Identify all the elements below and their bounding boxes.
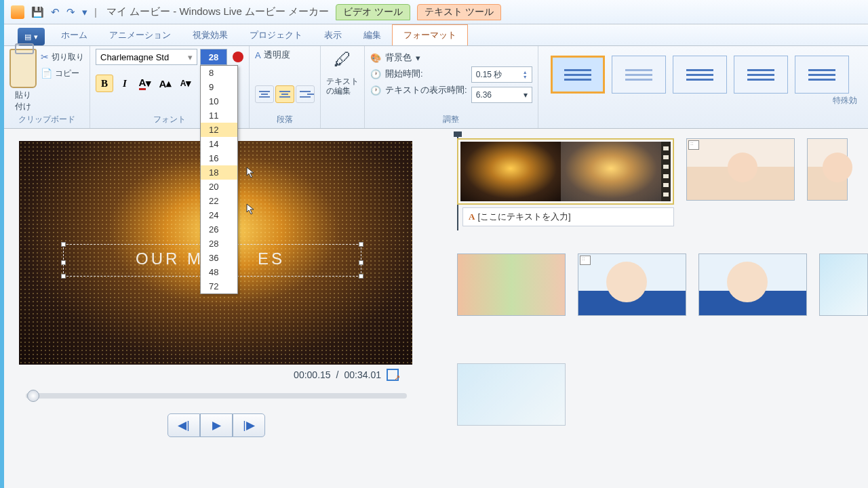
clip-thumb-5[interactable] [578,253,686,316]
size-opt-9[interactable]: 9 [201,80,237,94]
cut-button[interactable]: ✂切り取り [41,49,84,65]
duration-label: テキストの表示時間: [385,84,467,96]
effect-zoom[interactable] [673,56,727,94]
effect-slide[interactable] [734,56,788,94]
size-opt-48[interactable]: 48 [201,265,237,279]
redo-icon[interactable]: ↷ [66,6,75,18]
align-right-button[interactable] [296,85,315,103]
size-opt-20[interactable]: 20 [201,180,237,194]
prev-frame-button[interactable]: ◀| [167,413,200,437]
seek-thumb[interactable] [27,390,39,402]
context-tab-video[interactable]: ビデオ ツール [336,4,410,20]
shrink-font-button[interactable]: A▾ [177,75,195,92]
font-size-combo[interactable]: 28 [200,49,227,65]
size-opt-22[interactable]: 22 [201,194,237,208]
clip-thumb-7[interactable] [819,253,868,316]
align-center-button[interactable] [275,85,294,103]
paste-icon[interactable] [9,49,37,88]
title-bar: 💾 ↶ ↷ ▾ | マイ ムービー - Windows Live ムービー メー… [4,0,868,24]
size-opt-11[interactable]: 11 [201,108,237,123]
size-opt-24[interactable]: 24 [201,208,237,222]
start-time-label: 開始時間: [385,68,423,80]
group-paragraph-label: 段落 [255,113,315,127]
fullscreen-icon[interactable] [387,369,399,381]
italic-button[interactable]: I [116,75,134,92]
group-effects-label: 特殊効 [544,94,863,108]
group-adjust: 🎨背景色 ▾ 🕐開始時間: 🕐テキストの表示時間: 0.15 秒 ▲▼ 6.36… [365,46,538,128]
storyboard: A[ここにテキストを入力] [429,129,868,488]
ribbon-tabs: ▤ ▾ ホーム アニメーション 視覚効果 プロジェクト 表示 編集 フォーマット [4,24,868,46]
bgcolor-button[interactable]: 背景色 [385,52,412,64]
duration-input[interactable]: 6.36▾ [471,87,532,103]
group-textedit: 🖊 テキストの編集 [321,46,365,128]
group-font: Charlemagne Std▾ 28 8 9 10 11 12 14 16 1… [90,46,250,128]
size-opt-72[interactable]: 72 [201,279,237,293]
font-size-dropdown: 8 9 10 11 12 14 16 18 20 22 24 26 28 36 [200,65,238,294]
transparency-button[interactable]: 透明度 [264,49,290,61]
effect-fade[interactable] [612,56,666,94]
clock-icon: 🕐 [370,85,381,96]
group-clipboard: 貼り付け ✂切り取り 📄コピー クリップボード [4,46,90,128]
edit-text-icon[interactable]: 🖊 [334,49,351,70]
size-opt-36[interactable]: 36 [201,251,237,265]
tab-edit[interactable]: 編集 [353,25,392,45]
clip-video-1[interactable] [457,138,674,205]
undo-icon[interactable]: ↶ [51,6,60,18]
context-tab-text[interactable]: テキスト ツール [417,4,501,20]
ribbon: 貼り付け ✂切り取り 📄コピー クリップボード Charlemagne Std▾… [4,46,868,129]
clip-thumb-6[interactable] [698,253,807,316]
caption-input[interactable]: A[ここにテキストを入力] [462,207,674,226]
next-frame-button[interactable]: |▶ [233,413,265,437]
cursor-icon [246,167,256,179]
clip-thumb-4[interactable] [457,253,566,316]
grow-font-button[interactable]: A▴ [157,75,174,92]
paste-label: 貼り付け [15,89,31,113]
window-title: マイ ムービー - Windows Live ムービー メーカー [106,5,329,18]
tab-format[interactable]: フォーマット [392,24,468,45]
quick-access-toolbar: 💾 ↶ ↷ ▾ | [31,6,97,18]
copy-button[interactable]: 📄コピー [41,65,84,81]
size-opt-28[interactable]: 28 [201,237,237,251]
transparency-icon: A [255,50,261,60]
qat-dropdown-icon[interactable]: ▾ [82,6,87,18]
time-total: 00:34.01 [344,369,382,380]
font-color-button[interactable]: A ▾ [136,75,154,92]
clip-thumb-8[interactable] [457,363,566,426]
cursor-icon [246,203,256,216]
group-paragraph: A 透明度 段落 [250,46,321,128]
tab-visual[interactable]: 視覚効果 [182,25,239,45]
play-button[interactable]: ▶ [200,413,233,437]
effect-none[interactable] [551,56,605,94]
effect-fly[interactable] [795,56,849,94]
caption-icon [580,256,591,265]
bold-button[interactable]: B [96,75,113,92]
tab-home[interactable]: ホーム [50,25,98,45]
size-opt-26[interactable]: 26 [201,222,237,237]
start-time-input[interactable]: 0.15 秒 ▲▼ [471,66,532,83]
recording-indicator-icon [233,52,243,62]
size-opt-10[interactable]: 10 [201,94,237,108]
clip-thumb-2[interactable] [686,138,795,201]
seek-slider[interactable] [26,393,407,399]
group-clipboard-label: クリップボード [9,113,84,127]
tab-view[interactable]: 表示 [313,25,353,45]
app-icon [11,5,24,19]
group-adjust-label: 調整 [370,113,532,127]
save-icon[interactable]: 💾 [31,6,44,18]
size-opt-16[interactable]: 16 [201,151,237,165]
edit-text-label: テキストの編集 [326,77,359,96]
bgcolor-icon: 🎨 [370,53,381,63]
group-effects: 特殊効 [538,46,868,128]
size-opt-14[interactable]: 14 [201,137,237,151]
font-name-combo[interactable]: Charlemagne Std▾ [96,49,197,65]
size-opt-18[interactable]: 18 [201,165,237,180]
size-opt-12[interactable]: 12 [201,123,237,137]
time-current: 00:00.15 [294,369,331,380]
clip-thumb-3[interactable] [807,138,848,201]
clock-icon: 🕐 [370,69,381,79]
caption-icon [688,140,699,150]
tab-animation[interactable]: アニメーション [98,25,182,45]
size-opt-8[interactable]: 8 [201,66,237,80]
tab-project[interactable]: プロジェクト [239,25,313,45]
align-left-button[interactable] [255,85,274,103]
